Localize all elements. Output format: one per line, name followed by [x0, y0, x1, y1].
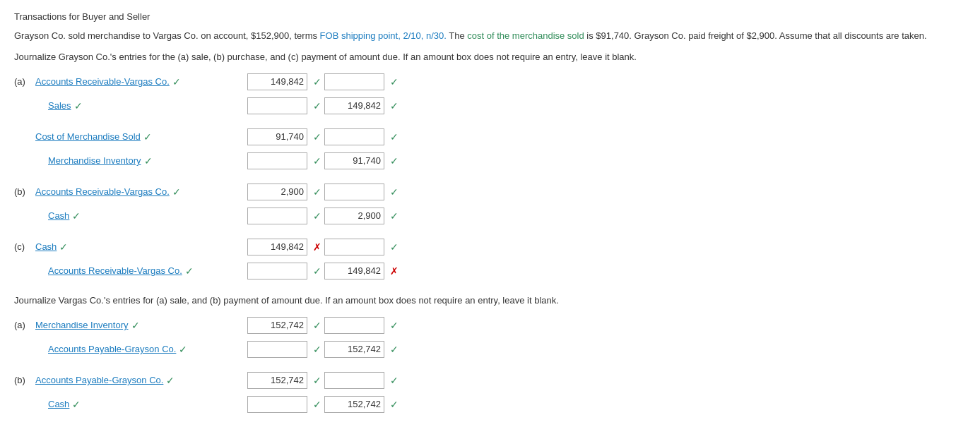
vargas-b1-debit[interactable] — [247, 372, 307, 389]
vargas-b2-credit[interactable] — [324, 396, 384, 413]
grayson-c1-label: (c) Cash ✓ — [14, 241, 247, 253]
grayson-c1-row: (c) Cash ✓ ✗ ✓ — [14, 237, 966, 257]
grayson-b2-account[interactable]: Cash — [48, 210, 69, 221]
vargas-journal: (a) Merchandise Inventory ✓ ✓ ✓ Accounts… — [14, 315, 966, 414]
grayson-a4-debit[interactable] — [247, 152, 307, 169]
grayson-journal: (a) Accounts Receivable-Vargas Co. ✓ ✓ ✓… — [14, 72, 966, 281]
grayson-a1-credit-check: ✓ — [390, 76, 399, 88]
description: Grayson Co. sold merchandise to Vargas C… — [14, 29, 966, 43]
vargas-a1-row: (a) Merchandise Inventory ✓ ✓ ✓ — [14, 315, 966, 335]
grayson-a4-debit-check: ✓ — [313, 155, 321, 167]
vargas-a2-row: Accounts Payable-Grayson Co. ✓ ✓ ✓ — [14, 339, 966, 359]
grayson-b1-debit[interactable] — [247, 184, 307, 200]
instructions-vargas: Journalize Vargas Co.'s entries for (a) … — [14, 295, 966, 306]
vargas-b1-row: (b) Accounts Payable-Grayson Co. ✓ ✓ ✓ — [14, 371, 966, 390]
grayson-a4-account[interactable]: Merchandise Inventory — [48, 155, 141, 166]
grayson-b2-debit[interactable] — [247, 208, 307, 224]
grayson-a4-inputs: ✓ ✓ — [247, 152, 399, 169]
grayson-c1-debit[interactable] — [247, 239, 307, 255]
grayson-b2-credit-check: ✓ — [390, 210, 399, 222]
vargas-b1-credit[interactable] — [324, 372, 384, 389]
desc-text3: is $91,740. Grayson Co. paid freight of … — [584, 30, 927, 41]
grayson-c1-account[interactable]: Cash — [35, 241, 57, 252]
grayson-a3-credit[interactable] — [324, 128, 384, 145]
vargas-b1-account-check: ✓ — [166, 375, 175, 386]
vargas-b2-label: Cash ✓ — [14, 399, 247, 410]
grayson-b2-debit-check: ✓ — [313, 210, 321, 222]
grayson-c2-credit[interactable] — [324, 263, 384, 279]
grayson-b1-inputs: ✓ ✓ — [247, 184, 399, 200]
grayson-b1-label: (b) Accounts Receivable-Vargas Co. ✓ — [14, 186, 247, 198]
grayson-a1-inputs: ✓ ✓ — [247, 73, 399, 90]
grayson-c2-row: Accounts Receivable-Vargas Co. ✓ ✓ ✗ — [14, 261, 966, 281]
vargas-b1-account[interactable]: Accounts Payable-Grayson Co. — [35, 375, 163, 385]
grayson-a3-label: Cost of Merchandise Sold ✓ — [14, 131, 247, 143]
vargas-b1-label: (b) Accounts Payable-Grayson Co. ✓ — [14, 375, 247, 386]
vargas-a1-debit-check: ✓ — [313, 320, 321, 331]
grayson-a2-account[interactable]: Sales — [48, 100, 71, 111]
grayson-a4-credit[interactable] — [324, 152, 384, 169]
vargas-b2-debit[interactable] — [247, 396, 307, 413]
grayson-c2-inputs: ✓ ✗ — [247, 263, 399, 279]
grayson-b2-row: Cash ✓ ✓ ✓ — [14, 206, 966, 226]
vargas-a2-label: Accounts Payable-Grayson Co. ✓ — [14, 344, 247, 355]
grayson-b2-label: Cash ✓ — [14, 210, 247, 222]
grayson-a2-inputs: ✓ ✓ — [247, 97, 399, 114]
grayson-a2-debit[interactable] — [247, 97, 307, 114]
grayson-b1-account[interactable]: Accounts Receivable-Vargas Co. — [35, 186, 170, 197]
grayson-b2-account-check: ✓ — [72, 210, 81, 222]
grayson-a3-row: Cost of Merchandise Sold ✓ ✓ ✓ — [14, 127, 966, 147]
grayson-a3-account-check: ✓ — [143, 131, 152, 143]
grayson-c2-debit[interactable] — [247, 263, 307, 279]
vargas-a2-account[interactable]: Accounts Payable-Grayson Co. — [48, 344, 176, 354]
vargas-a2-credit[interactable] — [324, 341, 384, 358]
page-title: Transactions for Buyer and Seller — [14, 11, 966, 22]
grayson-a1-credit[interactable] — [324, 73, 384, 90]
vargas-a1-account-check: ✓ — [131, 320, 140, 331]
vargas-part-a-letter: (a) — [14, 320, 35, 330]
grayson-a2-label: Sales ✓ — [14, 100, 247, 112]
grayson-a3-credit-check: ✓ — [390, 131, 399, 143]
grayson-a4-credit-check: ✓ — [390, 155, 399, 167]
grayson-a1-account[interactable]: Accounts Receivable-Vargas Co. — [35, 76, 170, 87]
vargas-a1-inputs: ✓ ✓ — [247, 317, 399, 334]
grayson-a4-account-check: ✓ — [144, 155, 153, 167]
grayson-a1-account-check: ✓ — [172, 76, 181, 88]
part-c-letter: (c) — [14, 241, 35, 252]
vargas-a2-credit-check: ✓ — [390, 344, 399, 355]
vargas-b2-row: Cash ✓ ✓ ✓ — [14, 395, 966, 414]
vargas-b2-account-check: ✓ — [72, 399, 81, 410]
grayson-a1-row: (a) Accounts Receivable-Vargas Co. ✓ ✓ ✓ — [14, 72, 966, 92]
vargas-b2-account[interactable]: Cash — [48, 399, 69, 409]
part-a-letter: (a) — [14, 76, 35, 87]
grayson-a1-debit-check: ✓ — [313, 76, 321, 88]
grayson-c1-credit[interactable] — [324, 239, 384, 255]
vargas-a1-debit[interactable] — [247, 317, 307, 334]
grayson-c1-inputs: ✗ ✓ — [247, 239, 399, 255]
grayson-a2-account-check: ✓ — [74, 100, 83, 112]
grayson-a2-credit[interactable] — [324, 97, 384, 114]
vargas-a2-account-check: ✓ — [179, 344, 187, 355]
part-b-letter: (b) — [14, 186, 35, 197]
grayson-b2-inputs: ✓ ✓ — [247, 208, 399, 224]
grayson-a3-account[interactable]: Cost of Merchandise Sold — [35, 131, 141, 142]
vargas-a1-credit[interactable] — [324, 317, 384, 334]
grayson-c2-debit-check: ✓ — [313, 265, 321, 277]
vargas-b1-debit-check: ✓ — [313, 375, 321, 386]
grayson-b2-credit[interactable] — [324, 208, 384, 224]
grayson-a1-debit[interactable] — [247, 73, 307, 90]
grayson-c2-account[interactable]: Accounts Receivable-Vargas Co. — [48, 265, 182, 276]
grayson-c2-credit-check: ✗ — [390, 265, 399, 277]
desc-text2: The — [447, 30, 467, 41]
grayson-c2-account-check: ✓ — [185, 265, 194, 277]
grayson-a3-debit[interactable] — [247, 128, 307, 145]
vargas-a1-account[interactable]: Merchandise Inventory — [35, 320, 129, 330]
grayson-a3-debit-check: ✓ — [313, 131, 321, 143]
grayson-c1-account-check: ✓ — [59, 241, 68, 253]
grayson-b1-row: (b) Accounts Receivable-Vargas Co. ✓ ✓ ✓ — [14, 182, 966, 202]
desc-fob: FOB shipping point, 2/10, n/30. — [320, 30, 447, 41]
vargas-a1-label: (a) Merchandise Inventory ✓ — [14, 320, 247, 331]
vargas-b1-inputs: ✓ ✓ — [247, 372, 399, 389]
vargas-a2-debit[interactable] — [247, 341, 307, 358]
grayson-b1-credit[interactable] — [324, 184, 384, 200]
